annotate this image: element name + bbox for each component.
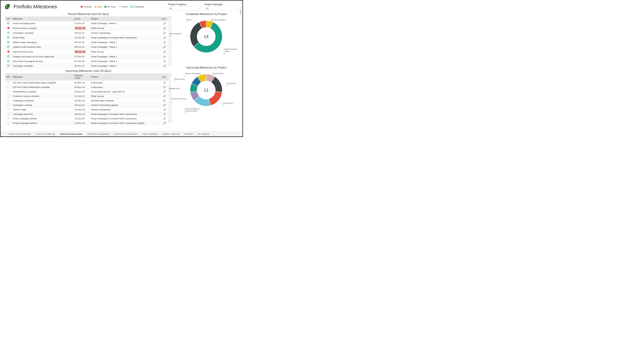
table-row[interactable]: Orientation comlete30-Oct-19Vendor Onboa… [5, 103, 169, 107]
tab-prev[interactable]: ‹ [1, 133, 4, 135]
table-row[interactable]: Requirements complete18-Nov-19Community … [5, 90, 169, 94]
table-row[interactable]: Customer survey complete31-Oct-19Rider S… [5, 94, 169, 98]
link-icon[interactable]: 🔗 [163, 86, 166, 88]
tab-resource-assignments[interactable]: RESOURCE ASSIGNMENTS [112, 132, 140, 136]
chevron-left-icon: ‹ [241, 4, 241, 6]
table-row[interactable]: ESI from Client Real Estate Agent comple… [5, 80, 169, 85]
col-kpi[interactable]: KPI [5, 16, 12, 21]
table-row[interactable]: Email campaign defined31-Oct-19Email cam… [5, 116, 169, 121]
scroll-up-icon[interactable]: ⌃ [169, 16, 171, 19]
table-row[interactable]: Refine email messaging09-Oct-19Email Cam… [5, 40, 169, 45]
table-row[interactable]: Survey ready to release18-Oct-19Rider Su… [5, 26, 169, 31]
link-icon[interactable]: 🔗 [163, 65, 166, 67]
link-icon[interactable]: 🔗 [163, 122, 166, 124]
link-icon[interactable]: 🔗 [163, 36, 166, 39]
col-kpi[interactable]: KPI [5, 73, 12, 80]
manager-dropdown[interactable]: All⌄ [204, 6, 238, 10]
link-icon[interactable]: 🔗 [163, 108, 166, 111]
table-row[interactable]: Pilot email messaging inhouse07-Oct-19Em… [5, 59, 169, 64]
link-icon[interactable]: 🔗 [163, 113, 166, 115]
link-icon[interactable]: 🔗 [163, 32, 166, 34]
link-cell[interactable]: 🔗 [160, 40, 169, 45]
future-icon [7, 99, 10, 102]
link-cell[interactable]: 🔗 [160, 64, 169, 68]
table-row[interactable]: Orientation complete18-Oct-19Vendor Onbo… [5, 31, 169, 36]
link-cell[interactable]: 🔗 [160, 36, 169, 40]
link-cell[interactable]: 🔗 [160, 107, 169, 112]
link-cell[interactable]: 🔗 [160, 59, 169, 64]
chart-label: Community Survey - ...1 [171, 98, 189, 104]
col-finish[interactable]: Finish [73, 16, 90, 21]
col-link[interactable]: Link [160, 73, 169, 80]
link-cell[interactable]: 🔗 [160, 45, 169, 49]
link-cell[interactable]: 🔗 [160, 49, 169, 54]
filters-pane-toggle[interactable]: ‹ ▽ Filters [239, 4, 243, 17]
table-row[interactable]: ESI from Client Webmaster complete05-Nov… [5, 85, 169, 90]
link-icon[interactable]: 🔗 [163, 46, 166, 48]
chart2-title: Upcoming Milestones by Project [174, 65, 238, 70]
link-cell[interactable]: 🔗 [160, 98, 169, 103]
table-row[interactable]: Campaign complete05-Oct-19Email Campaign… [5, 64, 169, 68]
link-icon[interactable]: 🔗 [163, 104, 166, 106]
tab-portfolio-timeline[interactable]: PORTFOLIO TIMELINE [34, 132, 58, 136]
tab-portfolio-milestones[interactable]: PORTFOLIO MILESTONES [58, 132, 85, 136]
link-icon[interactable]: 🔗 [163, 90, 166, 93]
link-icon[interactable]: 🔗 [163, 55, 166, 58]
link-cell[interactable]: 🔗 [160, 80, 169, 85]
table-row[interactable]: Availability confirmed15-Nov-19Develop t… [5, 98, 169, 103]
link-icon[interactable]: 🔗 [163, 27, 166, 30]
link-cell[interactable]: 🔗 [160, 112, 169, 116]
link-icon[interactable]: 🔗 [163, 60, 166, 63]
scroll-track[interactable] [169, 19, 171, 63]
recent-scrollbar[interactable]: ⌃ ⌄ [169, 16, 171, 66]
col-planned-finish[interactable]: Planned Finish [73, 73, 90, 80]
col-link[interactable]: Link [160, 16, 169, 21]
col-milestone[interactable]: Milestone [12, 16, 73, 21]
sheet-tabs: ‹ › PORTFOLIO DASHBOARDPORTFOLIO TIMELIN… [1, 132, 243, 136]
table-row[interactable]: Campaign launched04-Nov-19Email campaign… [5, 112, 169, 116]
completed-donut-chart[interactable]: 14 Email campaign to in...1Email Campaig… [174, 18, 238, 64]
tab-project-timeline[interactable]: PROJECT TIMELINE [160, 132, 182, 136]
tab-my-timeline[interactable]: MY TIMELINE [195, 132, 212, 136]
link-cell[interactable]: 🔗 [160, 85, 169, 90]
link-icon[interactable]: 🔗 [163, 117, 166, 120]
col-project[interactable]: Project [90, 73, 160, 80]
table-row[interactable]: Update email response links08-Oct-19Emai… [5, 45, 169, 49]
link-cell[interactable]: 🔗 [160, 94, 169, 98]
tab-resource-dashboard[interactable]: RESOURCE DASHBOARD [85, 132, 112, 136]
link-cell[interactable]: 🔗 [160, 90, 169, 94]
link-icon[interactable]: 🔗 [163, 50, 166, 53]
table-row[interactable]: Approve final survey08-Oct-19Rider Surve… [5, 49, 169, 54]
project-cell: Vendor Onboarding [90, 31, 160, 36]
tab-task-overview[interactable]: TASK OVERVIEW [140, 132, 160, 136]
finish-cell: 31-Oct-19 [73, 94, 90, 98]
progress-dropdown[interactable]: All⌄ [168, 6, 201, 10]
scroll-up-icon[interactable]: ⌃ [169, 73, 171, 76]
chart1-title: Completed Milestones by Project [174, 12, 238, 16]
table-row[interactable]: Analyze and report on 1st hour responses… [5, 54, 169, 59]
link-icon[interactable]: 🔗 [163, 41, 166, 44]
link-icon[interactable]: 🔗 [163, 95, 166, 98]
tab-my-work[interactable]: MY WORK [182, 132, 196, 136]
link-cell[interactable]: 🔗 [160, 103, 169, 107]
scroll-down-icon[interactable]: ⌄ [169, 120, 171, 122]
link-cell[interactable]: 🔗 [160, 54, 169, 59]
link-icon[interactable]: 🔗 [163, 81, 166, 84]
link-cell[interactable]: 🔗 [160, 31, 169, 36]
scroll-down-icon[interactable]: ⌄ [169, 63, 171, 66]
col-milestone[interactable]: Milestone [12, 73, 73, 80]
link-cell[interactable]: 🔗 [160, 116, 169, 121]
col-project[interactable]: Project [90, 16, 160, 21]
link-icon[interactable]: 🔗 [163, 22, 166, 25]
link-cell[interactable]: 🔗 [160, 21, 169, 26]
table-row[interactable]: Vendor ready15-Nov-19Vendor Onboarding🔗 [5, 107, 169, 112]
tab-next[interactable]: › [4, 133, 7, 135]
link-cell[interactable]: 🔗 [160, 121, 169, 125]
tab-portfolio-dashboard[interactable]: PORTFOLIO DASHBOARD [7, 132, 34, 136]
link-icon[interactable]: 🔗 [163, 99, 166, 102]
table-row[interactable]: Email campaign defined12-Nov-19Email cam… [5, 121, 169, 125]
link-cell[interactable]: 🔗 [160, 26, 169, 31]
upcoming-donut-chart[interactable]: 11 Vendor Onbo...1E-discovery2Email camp… [174, 71, 238, 121]
table-row[interactable]: email messaging done21-Oct-19Email Campa… [5, 21, 169, 26]
table-row[interactable]: Email ready15-Oct-19Email campaign to in… [5, 36, 169, 40]
